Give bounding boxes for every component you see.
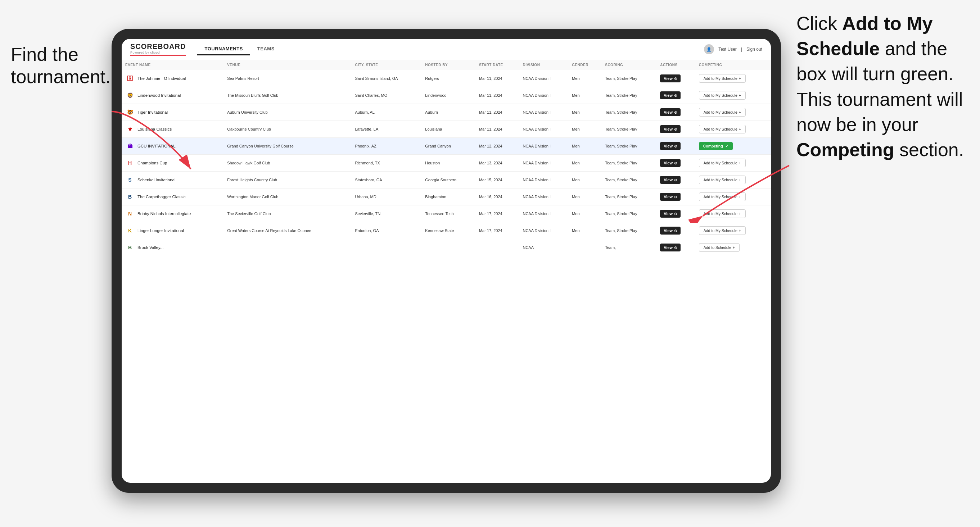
division-cell-0: NCAA Division I [519,70,568,87]
division-cell-10: NCAA [519,239,568,256]
logo-area: SCOREBOARD Powered by clippd [130,43,186,56]
add-schedule-button-10[interactable]: Add to Schedule + [699,243,740,252]
venue-cell-3: Oakbourne Country Club [223,121,351,138]
event-name-text-8: Bobby Nichols Intercollegiate [137,211,191,216]
scoring-cell-7: Team, Stroke Play [601,189,657,205]
hosted-cell-5: Houston [422,155,476,171]
venue-cell-0: Sea Palms Resort [223,70,351,87]
division-cell-8: NCAA Division I [519,205,568,222]
gender-cell-0: Men [568,70,601,87]
separator: | [741,47,742,52]
gender-cell-7: Men [568,189,601,205]
date-cell-5: Mar 13, 2024 [476,155,519,171]
actions-cell-10: View ⊙ [657,239,695,256]
annotation-right: Click Add to My Schedule and the box wil… [797,11,969,162]
hosted-cell-8: Tennessee Tech [422,205,476,222]
event-name-cell-8: N Bobby Nichols Intercollegiate [122,205,223,222]
team-logo-6: S [125,175,135,184]
view-button-5[interactable]: View ⊙ [660,159,681,167]
actions-cell-0: View ⊙ [657,70,695,87]
view-button-9[interactable]: View ⊙ [660,227,681,235]
city-cell-8: Sevierville, TN [351,205,422,222]
user-avatar: 👤 [704,44,714,54]
scoring-cell-6: Team, Stroke Play [601,171,657,189]
view-button-8[interactable]: View ⊙ [660,210,681,217]
actions-cell-3: View ⊙ [657,121,695,138]
table-row: B Brook Valley... NCAATeam,View ⊙Add to … [122,239,771,256]
actions-cell-1: View ⊙ [657,87,695,104]
scoring-cell-4: Team, Stroke Play [601,138,657,155]
view-button-1[interactable]: View ⊙ [660,91,681,99]
competing-button-4[interactable]: Competing ✓ [699,142,733,150]
view-button-10[interactable]: View ⊙ [660,243,681,251]
logo-sub: Powered by clippd [130,51,186,54]
city-cell-6: Statesboro, GA [351,171,422,189]
add-schedule-button-0[interactable]: Add to My Schedule + [699,74,746,83]
venue-cell-5: Shadow Hawk Golf Club [223,155,351,171]
event-name-text-9: Linger Longer Invitational [137,229,184,233]
tab-tournaments[interactable]: TOURNAMENTS [197,43,250,56]
add-schedule-button-9[interactable]: Add to My Schedule + [699,226,746,235]
event-name-text-1: Lindenwood Invitational [137,93,181,97]
add-schedule-button-3[interactable]: Add to My Schedule + [699,125,746,133]
hosted-cell-7: Binghamton [422,189,476,205]
add-schedule-button-1[interactable]: Add to My Schedule + [699,91,746,100]
scoring-cell-2: Team, Stroke Play [601,104,657,121]
scoring-cell-1: Team, Stroke Play [601,87,657,104]
col-gender: GENDER [568,60,601,70]
add-schedule-button-2[interactable]: Add to My Schedule + [699,108,746,117]
event-name-cell-1: 🦁 Lindenwood Invitational [122,87,223,104]
division-cell-5: NCAA Division I [519,155,568,171]
col-event-name: EVENT NAME [122,60,223,70]
table-row: N Bobby Nichols Intercollegiate The Sevi… [122,205,771,222]
venue-cell-4: Grand Canyon University Golf Course [223,138,351,155]
city-cell-3: Lafayette, LA [351,121,422,138]
team-logo-8: N [125,209,135,218]
sign-out-link[interactable]: Sign out [746,47,762,52]
gender-cell-9: Men [568,222,601,239]
venue-cell-2: Auburn University Club [223,104,351,121]
division-cell-1: NCAA Division I [519,87,568,104]
date-cell-0: Mar 11, 2024 [476,70,519,87]
view-button-6[interactable]: View ⊙ [660,176,681,184]
scoring-cell-8: Team, Stroke Play [601,205,657,222]
gender-cell-10 [568,239,601,256]
view-button-3[interactable]: View ⊙ [660,125,681,133]
table-row: ⚜ Louisiana Classics Oakbourne Country C… [122,121,771,138]
division-cell-6: NCAA Division I [519,171,568,189]
col-venue: VENUE [223,60,351,70]
venue-cell-10 [223,239,351,256]
gender-cell-8: Men [568,205,601,222]
scoring-cell-10: Team, [601,239,657,256]
table-row: B The Carpetbagger Classic Worthington M… [122,189,771,205]
logo-bar [130,55,186,56]
date-cell-10 [476,239,519,256]
city-cell-10 [351,239,422,256]
date-cell-9: Mar 17, 2024 [476,222,519,239]
team-logo-10: B [125,243,135,252]
date-cell-8: Mar 17, 2024 [476,205,519,222]
event-name-text-0: The Johnnie - O Individual [137,76,186,81]
event-name-cell-0: 🅁 The Johnnie - O Individual [122,70,223,87]
view-button-4[interactable]: View ⊙ [660,142,681,150]
city-cell-2: Auburn, AL [351,104,422,121]
tab-teams[interactable]: TEAMS [250,43,282,56]
competing-cell-4: Competing ✓ [695,138,771,155]
scoring-cell-5: Team, Stroke Play [601,155,657,171]
actions-cell-2: View ⊙ [657,104,695,121]
gender-cell-6: Men [568,171,601,189]
city-cell-7: Urbana, MD [351,189,422,205]
date-cell-2: Mar 11, 2024 [476,104,519,121]
view-button-7[interactable]: View ⊙ [660,193,681,201]
hosted-cell-9: Kennesaw State [422,222,476,239]
date-cell-1: Mar 11, 2024 [476,87,519,104]
header-right: 👤 Test User | Sign out [704,44,762,54]
view-button-0[interactable]: View ⊙ [660,75,681,83]
table-container: EVENT NAME VENUE CITY, STATE HOSTED BY S… [122,60,771,483]
actions-cell-9: View ⊙ [657,222,695,239]
city-cell-5: Richmond, TX [351,155,422,171]
view-button-2[interactable]: View ⊙ [660,108,681,116]
col-scoring: SCORING [601,60,657,70]
col-start-date: START DATE [476,60,519,70]
tournaments-table: EVENT NAME VENUE CITY, STATE HOSTED BY S… [122,60,771,256]
